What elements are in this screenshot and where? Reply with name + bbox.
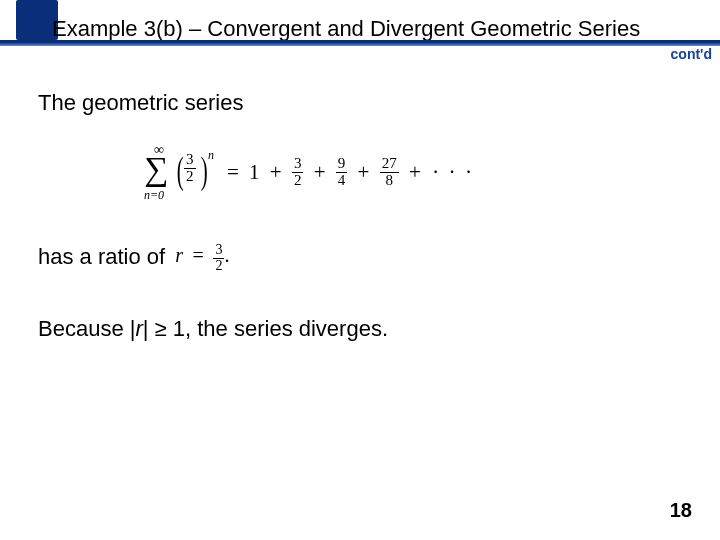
t4-den: 8: [380, 173, 399, 189]
plus-3: +: [353, 160, 375, 185]
page-number: 18: [670, 499, 692, 522]
slide-title: Example 3(b) – Convergent and Divergent …: [52, 16, 640, 42]
t2-den: 2: [292, 173, 304, 189]
ratio-fraction: 3 2: [213, 243, 224, 273]
ratio-num: 3: [213, 243, 224, 259]
conclusion-r: r: [135, 316, 142, 341]
ellipsis: · · ·: [431, 160, 474, 185]
sigma-symbol: ∑: [144, 152, 168, 186]
t4-num: 27: [380, 156, 399, 173]
series-expression: ∞ ∑ n=0 ( 3 2 ) n = 1 + 3 2 + 9 4: [144, 146, 682, 208]
left-paren: (: [177, 148, 184, 192]
title-area: Example 3(b) – Convergent and Divergent …: [0, 0, 720, 64]
right-paren: ): [201, 148, 208, 192]
plus-4: +: [404, 160, 426, 185]
base-num: 3: [184, 152, 196, 169]
exponent: n: [208, 148, 214, 163]
expansion: = 1 + 3 2 + 9 4 + 27 8 + · · ·: [222, 156, 474, 189]
ratio-line: has a ratio of r = 3 2 .: [38, 242, 682, 274]
title-underline: [0, 40, 720, 46]
ratio-expression: r = 3 2 .: [175, 242, 229, 274]
plus-1: +: [265, 160, 287, 185]
conclusion-b: | ≥ 1, the series diverges.: [143, 316, 388, 341]
t3-den: 4: [336, 173, 348, 189]
plus-2: +: [309, 160, 331, 185]
conclusion-a: Because |: [38, 316, 135, 341]
term-1: 1: [249, 160, 260, 185]
intro-line: The geometric series: [38, 90, 682, 116]
ratio-den: 2: [213, 259, 224, 274]
ratio-eq: =: [189, 244, 208, 266]
equals-sign: =: [222, 160, 244, 185]
t2-num: 3: [292, 156, 304, 173]
content-area: The geometric series ∞ ∑ n=0 ( 3 2 ) n =…: [0, 64, 720, 342]
t3-num: 9: [336, 156, 348, 173]
base-den: 2: [184, 169, 196, 185]
term-2: 3 2: [292, 156, 304, 189]
ratio-prefix: has a ratio of: [38, 244, 165, 269]
conclusion-line: Because |r| ≥ 1, the series diverges.: [38, 316, 682, 342]
base-fraction: 3 2: [184, 152, 196, 185]
ratio-var: r: [175, 244, 183, 266]
term-3: 9 4: [336, 156, 348, 189]
sigma-lower: n=0: [144, 188, 164, 203]
continued-label: cont'd: [671, 46, 712, 62]
term-4: 27 8: [380, 156, 399, 189]
ratio-period: .: [224, 244, 229, 266]
